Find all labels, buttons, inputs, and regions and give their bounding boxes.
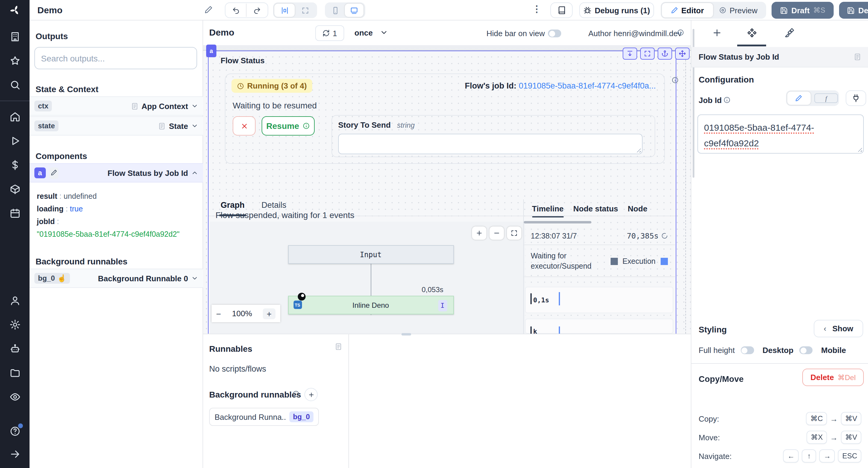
doc-icon[interactable]	[854, 53, 861, 61]
resume-button[interactable]: Resume	[261, 116, 315, 136]
horizontal-scrollbar[interactable]	[524, 221, 591, 224]
waiting-text: Waiting to be resumed	[233, 101, 317, 110]
runs-icon[interactable]	[9, 136, 20, 146]
hide-bar-toggle[interactable]	[548, 30, 561, 37]
full-height-toggle[interactable]	[741, 346, 754, 354]
app-canvas[interactable]: Demo 1 once Hide bar on view Author henr…	[203, 21, 691, 334]
folders-icon[interactable]	[9, 367, 20, 378]
bg-runnable-chip: bg_0	[289, 411, 313, 422]
deploy-button[interactable]: Deploy	[839, 2, 868, 19]
component-a-tag[interactable]: a	[206, 44, 216, 57]
home-icon[interactable]	[9, 111, 20, 122]
show-styling-button[interactable]: ‹ Show	[814, 320, 863, 337]
component-row-a[interactable]: a Flow Status by Job Id	[30, 163, 203, 182]
recompute-select[interactable]: once	[354, 28, 373, 37]
debug-runs-button[interactable]: Debug runs (1)	[579, 2, 654, 18]
tab-timeline[interactable]: Timeline	[532, 204, 564, 218]
flow-graph-viewport[interactable]: Flow suspended, waiting for 1 events Inp…	[210, 222, 525, 334]
resources-icon[interactable]	[9, 184, 20, 195]
delete-button[interactable]: Delete ⌘Del	[802, 369, 864, 386]
search-icon[interactable]	[9, 79, 20, 90]
fx-expression-mode[interactable]: f	[814, 93, 838, 103]
execution-legend-swatch	[660, 258, 668, 265]
user-icon[interactable]	[9, 295, 20, 306]
info-icon[interactable]	[672, 76, 679, 84]
kbd-key: ⌘V	[841, 412, 861, 425]
help-button[interactable]	[9, 426, 20, 439]
docs-book-button[interactable]	[550, 2, 572, 18]
info-icon[interactable]	[723, 96, 731, 104]
connect-plug-button[interactable]	[846, 90, 866, 106]
variables-icon[interactable]	[9, 160, 20, 170]
favorites-icon[interactable]	[9, 56, 20, 66]
schedules-icon[interactable]	[9, 208, 20, 219]
device-toggle-group	[325, 2, 365, 18]
anchor-button[interactable]	[658, 47, 672, 60]
chevron-left-icon: ‹	[824, 324, 827, 333]
cancel-button[interactable]	[233, 116, 255, 136]
chevron-down-icon[interactable]	[380, 28, 388, 37]
graph-zoom-out-button[interactable]	[489, 227, 504, 240]
mobile-view-button[interactable]	[326, 4, 345, 17]
draft-button[interactable]: Draft ⌘S	[772, 2, 834, 19]
move-button[interactable]	[675, 47, 689, 60]
flow-status-component[interactable]: Flow Status Running (3 of 4) Flow's job …	[208, 51, 676, 334]
bg-runnable-item[interactable]: Background Runna... bg_0	[209, 408, 319, 426]
bg-runnable-row[interactable]: bg_0 ☝ Background Runnable 0	[30, 269, 203, 288]
zoom-in-button[interactable]: +	[263, 308, 275, 319]
fullwidth-layout-button[interactable]	[295, 4, 315, 17]
info-icon[interactable]	[292, 390, 300, 398]
refresh-count-button[interactable]: 1	[315, 25, 344, 41]
search-outputs-input[interactable]	[34, 47, 197, 69]
running-badge: Running (3 of 4)	[231, 79, 312, 93]
timeline-row-input: 0,1s	[525, 287, 673, 313]
runnables-doc-icon[interactable]	[335, 343, 342, 350]
panel-resize-handle[interactable]	[401, 333, 411, 335]
runnables-divider	[348, 334, 349, 468]
graph-fullscreen-button[interactable]	[507, 227, 521, 240]
static-pencil-mode[interactable]	[787, 92, 811, 105]
component-props: result : undefined loading : true jobId …	[37, 190, 180, 241]
timeline-time-row: 12:38:07 31/7 70,385s	[524, 227, 675, 245]
fullscreen-button[interactable]	[640, 47, 655, 60]
tab-node[interactable]: Node	[628, 204, 647, 218]
edit-component-pencil[interactable]	[49, 167, 58, 178]
tab-editor[interactable]: Editor	[662, 3, 713, 18]
section-divider	[691, 363, 868, 364]
add-runnable-button[interactable]	[304, 388, 318, 401]
ai-robot-icon[interactable]	[9, 343, 20, 354]
zoom-out-button[interactable]: −	[216, 309, 221, 318]
form-type: string	[397, 121, 415, 130]
tab-styling-brush[interactable]	[782, 25, 796, 40]
workspace-icon[interactable]	[9, 31, 20, 42]
tab-preview[interactable]: Preview	[713, 3, 764, 18]
undo-button[interactable]	[225, 4, 247, 17]
windmill-logo[interactable]	[0, 0, 30, 21]
more-menu-kebab-icon[interactable]: ⋮	[532, 4, 541, 14]
timeline-tabs: Timeline Node status Node	[524, 199, 675, 218]
graph-zoom-in-button[interactable]	[472, 227, 486, 240]
tab-insert-component[interactable]	[710, 25, 724, 40]
job-id-textarea[interactable]: 0191085e-5baa-81ef-4774- c9ef4f0a92d2	[698, 114, 864, 154]
story-textarea[interactable]	[338, 134, 643, 154]
ctx-row[interactable]: ctx App Context	[30, 96, 203, 115]
job-id-link[interactable]: 0191085e-5baa-81ef-4774-c9ef4f0a...	[519, 81, 656, 90]
redo-button[interactable]	[247, 4, 268, 17]
input-node[interactable]: Input	[288, 245, 454, 264]
state-row[interactable]: state State	[30, 116, 203, 136]
expand-down-button[interactable]	[623, 47, 637, 60]
runnables-title: Runnables	[209, 344, 252, 354]
collapse-arrow-icon[interactable]	[9, 449, 20, 460]
tab-node-status[interactable]: Node status	[573, 204, 618, 218]
inline-deno-node[interactable]: TS Inline Deno I	[288, 296, 454, 314]
editor-preview-toggle: Editor Preview	[661, 2, 766, 19]
center-layout-button[interactable]	[274, 4, 295, 17]
topbar: Demo ⋮ Debug runs (1) Editor Pr	[30, 0, 868, 21]
rename-pencil-icon[interactable]	[204, 5, 213, 14]
workers-eye-icon[interactable]	[9, 392, 20, 402]
desktop-toggle[interactable]	[800, 346, 813, 354]
desktop-view-button[interactable]	[345, 4, 364, 17]
tab-component-settings[interactable]	[744, 25, 759, 40]
info-icon[interactable]	[677, 29, 684, 36]
settings-gear-icon[interactable]	[9, 319, 20, 330]
